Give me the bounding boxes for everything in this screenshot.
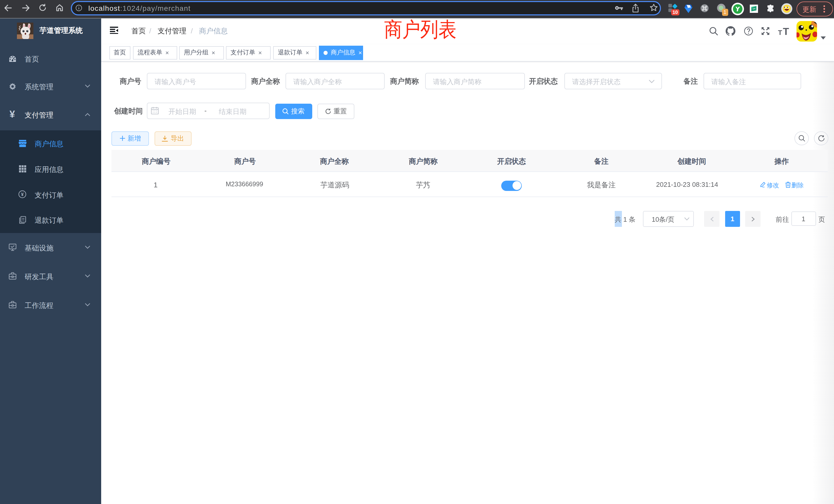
svg-text:¥: ¥ [21,192,24,197]
